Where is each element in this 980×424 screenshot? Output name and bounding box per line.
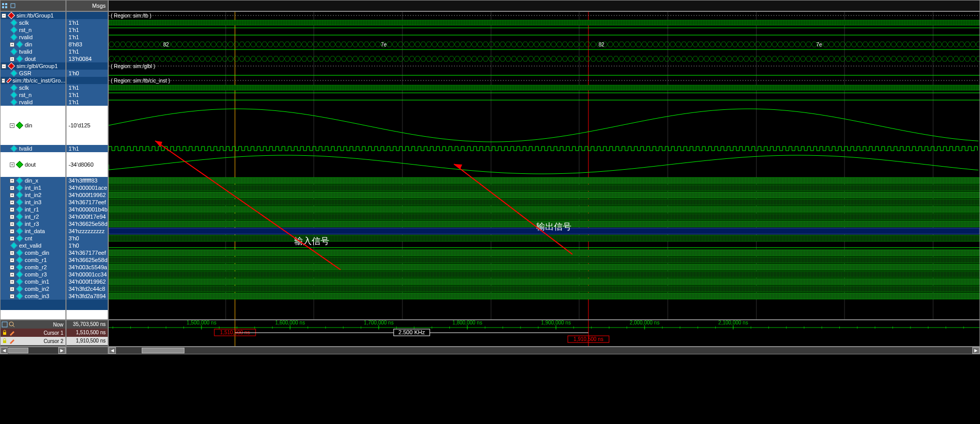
expand-icon[interactable]: +	[10, 287, 14, 291]
signal-row[interactable]: sclk	[1, 19, 65, 26]
signal-row[interactable]: +comb_in3	[1, 292, 65, 300]
signal-row[interactable]: +comb_in2	[1, 285, 65, 292]
header-msgs: Msgs	[66, 0, 108, 11]
waveform-canvas[interactable]: ( Region: sim:/tb )827e827e( Region: sim…	[108, 11, 980, 320]
svg-text:2,100,000 ns: 2,100,000 ns	[718, 320, 748, 325]
signal-row[interactable]: +dout	[1, 55, 65, 62]
svg-text:1,900,000 ns: 1,900,000 ns	[541, 320, 571, 325]
signal-value: 34'h367177eef	[66, 249, 108, 256]
expand-icon[interactable]: +	[10, 280, 14, 284]
signal-row[interactable]: +cnt	[1, 235, 65, 242]
wave-scroll-left-button[interactable]: ◀	[109, 347, 116, 354]
expand-icon[interactable]: +	[10, 162, 14, 167]
signal-name-text: int_r3	[24, 221, 39, 227]
header-names	[0, 0, 66, 11]
signal-row[interactable]: +comb_in1	[1, 278, 65, 285]
signal-row[interactable]: −sim:/tb/cic_inst/Gro...	[1, 77, 65, 84]
signal-row[interactable]: sclk	[1, 84, 65, 91]
signal-row[interactable]: rst_n	[1, 91, 65, 99]
signal-row[interactable]: +int_in3	[1, 199, 65, 206]
signal-name-text: sim:/glbl/Group1	[15, 63, 58, 69]
signal-row[interactable]: +din	[1, 106, 65, 145]
signal-row[interactable]: +din_x	[1, 177, 65, 184]
signal-icon	[10, 34, 18, 41]
signal-row[interactable]: ext_valid	[1, 242, 65, 249]
signal-row[interactable]: +int_data	[1, 227, 65, 235]
expand-icon[interactable]: +	[10, 200, 14, 205]
signal-row[interactable]: −sim:/glbl/Group1	[1, 62, 65, 70]
signal-row[interactable]: +din	[1, 41, 65, 48]
collapse-icon[interactable]: −	[2, 78, 5, 83]
collapse-icon[interactable]: −	[2, 64, 6, 69]
signal-row[interactable]: GSR	[1, 70, 65, 77]
signal-row[interactable]: +int_r1	[1, 206, 65, 213]
signal-name-text: int_r2	[24, 214, 39, 220]
cursor1-value: 1,510,500 ns	[66, 329, 108, 337]
collapse-icon[interactable]: −	[2, 13, 6, 18]
signal-row[interactable]: +dout	[1, 152, 65, 177]
scroll-left-button[interactable]: ◀	[1, 347, 8, 354]
signal-row[interactable]: tvalid	[1, 48, 65, 55]
expand-all-icon[interactable]	[2, 3, 8, 9]
expand-icon[interactable]: +	[10, 178, 14, 183]
collapse-all-icon[interactable]	[10, 3, 16, 9]
signal-name-text: din	[24, 122, 32, 128]
signal-icon	[10, 145, 18, 152]
signal-row[interactable]: +int_in1	[1, 184, 65, 191]
signal-value: 8'h83	[66, 41, 108, 48]
svg-rect-3542	[109, 264, 979, 270]
edit-cursor-icon[interactable]	[9, 338, 15, 344]
signal-row[interactable]: −sim:/tb/Group1	[1, 12, 65, 19]
zoom-fit-icon[interactable]	[2, 321, 8, 328]
expand-icon[interactable]: +	[10, 42, 14, 47]
expand-icon[interactable]: +	[10, 229, 14, 234]
expand-icon[interactable]: +	[10, 294, 14, 299]
signal-row[interactable]: +int_r3	[1, 220, 65, 227]
wave-scroll-right-button[interactable]: ▶	[972, 347, 979, 354]
signal-row[interactable]: rvalid	[1, 99, 65, 106]
signal-name-text: sim:/tb/cic_inst/Gro...	[11, 77, 65, 84]
expand-icon[interactable]: +	[10, 207, 14, 212]
signal-row[interactable]: +int_r2	[1, 213, 65, 220]
signal-icon	[16, 271, 23, 278]
signal-row[interactable]: +comb_din	[1, 249, 65, 256]
signal-names-pane[interactable]: −sim:/tb/Group1sclkrst_nrvalid+dintvalid…	[0, 11, 66, 320]
lock-icon[interactable]	[2, 338, 8, 344]
expand-icon[interactable]: +	[10, 57, 14, 61]
expand-icon[interactable]: +	[10, 186, 14, 190]
lock-icon[interactable]	[2, 330, 8, 336]
time-axis[interactable]: 1,500,000 ns1,600,000 ns1,700,000 ns1,80…	[108, 320, 980, 347]
signal-row[interactable]: rst_n	[1, 26, 65, 34]
wave-hscroll-track[interactable]	[116, 347, 972, 354]
now-value: 35,703,500 ns	[66, 320, 108, 329]
signal-row[interactable]: +comb_r3	[1, 271, 65, 278]
expand-icon[interactable]: +	[10, 193, 14, 198]
signal-value: 1'h1	[66, 91, 108, 99]
expand-icon[interactable]: +	[10, 215, 14, 219]
expand-icon[interactable]: +	[10, 251, 14, 255]
signal-row[interactable]: +comb_r2	[1, 264, 65, 271]
signal-values-pane[interactable]: 1'h11'h11'h18'h831'h113'h00841'h01'h11'h…	[66, 11, 108, 320]
signal-name-text: comb_in1	[24, 279, 49, 285]
expand-icon[interactable]: +	[10, 222, 14, 226]
scroll-right-button[interactable]: ▶	[58, 347, 65, 354]
hscroll-names-thumb[interactable]	[8, 348, 28, 353]
signal-row[interactable]: +comb_r1	[1, 256, 65, 264]
zoom-in-icon[interactable]	[9, 321, 15, 328]
svg-rect-1	[5, 3, 7, 5]
signal-row[interactable]: +int_in2	[1, 191, 65, 199]
expand-icon[interactable]: +	[10, 236, 14, 241]
signal-icon	[10, 19, 18, 26]
expand-icon[interactable]: +	[10, 123, 14, 128]
expand-icon[interactable]: +	[10, 265, 14, 270]
expand-icon[interactable]: +	[10, 258, 14, 263]
signal-row[interactable]: tvalid	[1, 145, 65, 152]
expand-icon[interactable]: +	[10, 272, 14, 277]
signal-row[interactable]: rvalid	[1, 34, 65, 41]
hscroll-names-track[interactable]	[8, 347, 58, 354]
edit-cursor-icon[interactable]	[9, 330, 15, 336]
signal-value: 34'h000f19962	[66, 278, 108, 285]
signal-value: 34'h3fd2c44c8	[66, 285, 108, 292]
wave-hscroll-thumb[interactable]	[142, 348, 184, 353]
signal-icon	[16, 206, 23, 213]
